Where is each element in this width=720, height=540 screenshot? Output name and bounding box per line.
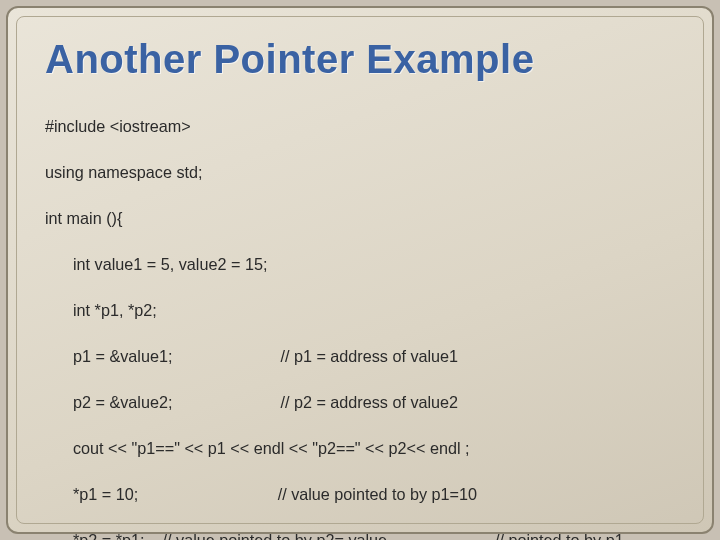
slide-frame-outer: Another Pointer Example #include <iostre…: [6, 6, 714, 534]
slide-title: Another Pointer Example: [45, 37, 675, 82]
code-block: #include <iostream> using namespace std;…: [45, 92, 675, 540]
code-line: int main (){: [45, 207, 675, 230]
code-line: p1 = &value1; // p1 = address of value1: [45, 345, 675, 368]
slide-frame-inner: Another Pointer Example #include <iostre…: [16, 16, 704, 524]
code-line: *p1 = 10; // value pointed to by p1=10: [45, 483, 675, 506]
code-line: *p2 = *p1; // value pointed to by p2= va…: [45, 529, 675, 540]
code-line: p2 = &value2; // p2 = address of value2: [45, 391, 675, 414]
code-line: #include <iostream>: [45, 115, 675, 138]
code-line: using namespace std;: [45, 161, 675, 184]
code-line: cout << "p1==" << p1 << endl << "p2==" <…: [45, 437, 675, 460]
code-line: int value1 = 5, value2 = 15;: [45, 253, 675, 276]
code-line: int *p1, *p2;: [45, 299, 675, 322]
